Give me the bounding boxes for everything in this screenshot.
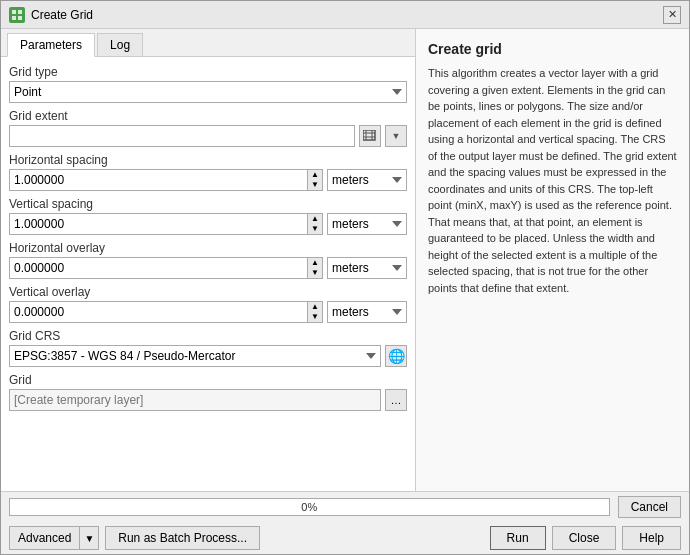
grid-crs-row: EPSG:3857 - WGS 84 / Pseudo-Mercator 🌐 <box>9 345 407 367</box>
grid-output-row: … <box>9 389 407 411</box>
svg-rect-3 <box>18 16 22 20</box>
horizontal-spacing-input[interactable]: 1.000000 <box>9 169 307 191</box>
grid-extent-button[interactable] <box>359 125 381 147</box>
vertical-spacing-input[interactable]: 1.000000 <box>9 213 307 235</box>
advanced-button[interactable]: Advanced <box>9 526 79 550</box>
main-window: Create Grid ✕ Parameters Log Grid type P… <box>0 0 690 555</box>
vertical-overlay-down[interactable]: ▼ <box>308 312 322 322</box>
svg-rect-1 <box>18 10 22 14</box>
vertical-overlay-spinbtns: ▲ ▼ <box>307 301 323 323</box>
horizontal-overlay-unit[interactable]: meters kilometers feet miles degrees <box>327 257 407 279</box>
help-text: This algorithm creates a vector layer wi… <box>428 65 677 296</box>
horizontal-overlay-input[interactable]: 0.000000 <box>9 257 307 279</box>
horizontal-spacing-down[interactable]: ▼ <box>308 180 322 190</box>
grid-output-label: Grid <box>9 373 407 387</box>
help-panel: Create grid This algorithm creates a vec… <box>416 29 689 491</box>
run-button[interactable]: Run <box>490 526 546 550</box>
horizontal-overlay-group: Horizontal overlay 0.000000 ▲ ▼ meters k… <box>9 241 407 279</box>
grid-output-browse-button[interactable]: … <box>385 389 407 411</box>
grid-crs-group: Grid CRS EPSG:3857 - WGS 84 / Pseudo-Mer… <box>9 329 407 367</box>
grid-crs-label: Grid CRS <box>9 329 407 343</box>
advanced-dropdown-button[interactable]: ▼ <box>79 526 99 550</box>
vertical-spacing-spin: 1.000000 ▲ ▼ <box>9 213 323 235</box>
tab-bar: Parameters Log <box>1 29 415 57</box>
left-panel: Parameters Log Grid type Point Line Rect… <box>1 29 416 491</box>
progress-label: 0% <box>10 501 609 513</box>
close-button[interactable]: Close <box>552 526 617 550</box>
svg-rect-2 <box>12 16 16 20</box>
advanced-split: Advanced ▼ <box>9 526 99 550</box>
horizontal-overlay-label: Horizontal overlay <box>9 241 407 255</box>
help-title: Create grid <box>428 41 677 57</box>
horizontal-overlay-spin: 0.000000 ▲ ▼ <box>9 257 323 279</box>
grid-extent-row: ▼ <box>9 125 407 147</box>
horizontal-overlay-spinbtns: ▲ ▼ <box>307 257 323 279</box>
grid-extent-group: Grid extent ▼ <box>9 109 407 147</box>
vertical-overlay-label: Vertical overlay <box>9 285 407 299</box>
grid-extent-input[interactable] <box>9 125 355 147</box>
vertical-overlay-unit[interactable]: meters kilometers feet miles degrees <box>327 301 407 323</box>
grid-type-select[interactable]: Point Line Rectangle (polygon) Diamond (… <box>9 81 407 103</box>
grid-crs-select[interactable]: EPSG:3857 - WGS 84 / Pseudo-Mercator <box>9 345 381 367</box>
vertical-overlay-row: 0.000000 ▲ ▼ meters kilometers feet mile… <box>9 301 407 323</box>
vertical-spacing-spinbtns: ▲ ▼ <box>307 213 323 235</box>
vertical-overlay-group: Vertical overlay 0.000000 ▲ ▼ meters kil… <box>9 285 407 323</box>
title-bar-left: Create Grid <box>9 7 93 23</box>
svg-rect-0 <box>12 10 16 14</box>
horizontal-spacing-spinbtns: ▲ ▼ <box>307 169 323 191</box>
horizontal-spacing-label: Horizontal spacing <box>9 153 407 167</box>
grid-output-input[interactable] <box>9 389 381 411</box>
grid-output-group: Grid … <box>9 373 407 411</box>
vertical-overlay-up[interactable]: ▲ <box>308 302 322 312</box>
title-bar: Create Grid ✕ <box>1 1 689 29</box>
vertical-overlay-spin: 0.000000 ▲ ▼ <box>9 301 323 323</box>
grid-crs-globe-button[interactable]: 🌐 <box>385 345 407 367</box>
help-button[interactable]: Help <box>622 526 681 550</box>
app-icon <box>9 7 25 23</box>
horizontal-overlay-down[interactable]: ▼ <box>308 268 322 278</box>
grid-type-row: Point Line Rectangle (polygon) Diamond (… <box>9 81 407 103</box>
vertical-spacing-unit[interactable]: meters kilometers feet miles degrees <box>327 213 407 235</box>
buttons-row: Advanced ▼ Run as Batch Process... Run C… <box>1 522 689 554</box>
vertical-spacing-up[interactable]: ▲ <box>308 214 322 224</box>
tab-parameters[interactable]: Parameters <box>7 33 95 57</box>
vertical-spacing-label: Vertical spacing <box>9 197 407 211</box>
horizontal-spacing-up[interactable]: ▲ <box>308 170 322 180</box>
window-title: Create Grid <box>31 8 93 22</box>
horizontal-spacing-group: Horizontal spacing 1.000000 ▲ ▼ meters k… <box>9 153 407 191</box>
svg-rect-4 <box>363 130 375 140</box>
tab-log[interactable]: Log <box>97 33 143 56</box>
grid-extent-extra-button[interactable]: ▼ <box>385 125 407 147</box>
cancel-button[interactable]: Cancel <box>618 496 681 518</box>
vertical-spacing-down[interactable]: ▼ <box>308 224 322 234</box>
horizontal-spacing-row: 1.000000 ▲ ▼ meters kilometers feet mile… <box>9 169 407 191</box>
bottom-area: 0% Cancel Advanced ▼ Run as Batch Proces… <box>1 491 689 554</box>
horizontal-spacing-spin: 1.000000 ▲ ▼ <box>9 169 323 191</box>
content-area: Parameters Log Grid type Point Line Rect… <box>1 29 689 491</box>
grid-type-label: Grid type <box>9 65 407 79</box>
vertical-spacing-row: 1.000000 ▲ ▼ meters kilometers feet mile… <box>9 213 407 235</box>
progress-row: 0% Cancel <box>1 492 689 522</box>
vertical-overlay-input[interactable]: 0.000000 <box>9 301 307 323</box>
batch-process-button[interactable]: Run as Batch Process... <box>105 526 260 550</box>
close-window-button[interactable]: ✕ <box>663 6 681 24</box>
horizontal-overlay-up[interactable]: ▲ <box>308 258 322 268</box>
horizontal-overlay-row: 0.000000 ▲ ▼ meters kilometers feet mile… <box>9 257 407 279</box>
vertical-spacing-group: Vertical spacing 1.000000 ▲ ▼ meters kil… <box>9 197 407 235</box>
horizontal-spacing-unit[interactable]: meters kilometers feet miles degrees <box>327 169 407 191</box>
grid-extent-label: Grid extent <box>9 109 407 123</box>
grid-type-group: Grid type Point Line Rectangle (polygon)… <box>9 65 407 103</box>
progress-bar-wrap: 0% <box>9 498 610 516</box>
parameters-panel: Grid type Point Line Rectangle (polygon)… <box>1 57 415 491</box>
